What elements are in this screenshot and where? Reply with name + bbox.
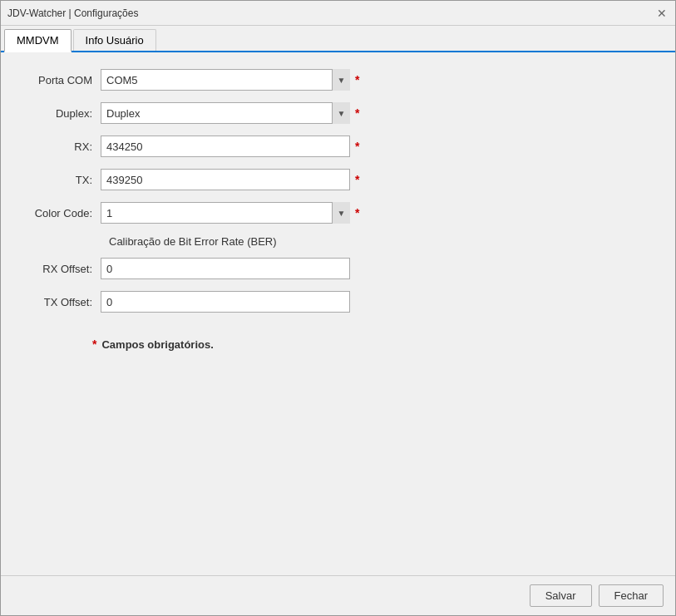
porta-com-label: Porta COM [26,74,101,86]
footer: Salvar Fechar [1,575,675,615]
window-close-button[interactable]: ✕ [655,7,669,20]
required-note-star: * [92,338,96,351]
tx-group: TX: * [26,169,650,190]
rx-offset-group: RX Offset: [26,258,650,279]
tab-bar: MMDVM Info Usuário [1,26,675,52]
duplex-label: Duplex: [26,107,101,120]
color-code-label: Color Code: [26,207,101,219]
duplex-select-wrapper: Simplex Duplex ▼ [101,102,350,124]
rx-input[interactable] [101,136,350,157]
window-title: JDV-Watcher | Configurações [7,7,138,19]
color-code-select[interactable]: 0 1 2 3 4 5 6 7 8 9 10 11 12 13 14 15 [101,202,350,224]
tab-mmdvm[interactable]: MMDVM [4,29,72,52]
save-button[interactable]: Salvar [530,584,592,607]
rx-offset-input[interactable] [101,258,350,279]
duplex-group: Duplex: Simplex Duplex ▼ * [26,102,650,124]
rx-offset-label: RX Offset: [26,263,101,275]
main-window: JDV-Watcher | Configurações ✕ MMDVM Info… [0,0,676,616]
ber-section: Calibração de Bit Error Rate (BER) RX Of… [26,235,650,313]
porta-com-required-star: * [355,73,359,86]
color-code-group: Color Code: 0 1 2 3 4 5 6 7 8 9 10 11 12… [26,202,650,224]
rx-required-star: * [355,140,359,153]
tab-info-usuario[interactable]: Info Usuário [73,29,156,51]
rx-label: RX: [26,140,101,153]
duplex-select[interactable]: Simplex Duplex [101,102,350,124]
tx-offset-group: TX Offset: [26,291,650,313]
tx-input[interactable] [101,169,350,190]
color-code-select-wrapper: 0 1 2 3 4 5 6 7 8 9 10 11 12 13 14 15 [101,202,350,224]
required-note: * Campos obrigatórios. [92,338,650,351]
required-note-text: Campos obrigatórios. [101,338,213,351]
porta-com-select[interactable]: COM5 COM1 COM2 COM3 COM4 COM6 [101,69,350,91]
tx-label: TX: [26,174,101,186]
rx-group: RX: * [26,136,650,157]
tx-required-star: * [355,173,359,186]
tab-content-mmdvm: Porta COM COM5 COM1 COM2 COM3 COM4 COM6 … [1,52,675,575]
close-button[interactable]: Fechar [599,584,664,607]
title-bar: JDV-Watcher | Configurações ✕ [1,1,675,26]
tx-offset-label: TX Offset: [26,296,101,308]
color-code-required-star: * [355,206,359,219]
duplex-required-star: * [355,106,359,120]
porta-com-select-wrapper: COM5 COM1 COM2 COM3 COM4 COM6 ▼ [101,69,350,91]
tx-offset-input[interactable] [101,291,350,313]
porta-com-group: Porta COM COM5 COM1 COM2 COM3 COM4 COM6 … [26,69,650,91]
ber-section-label: Calibração de Bit Error Rate (BER) [109,235,650,248]
